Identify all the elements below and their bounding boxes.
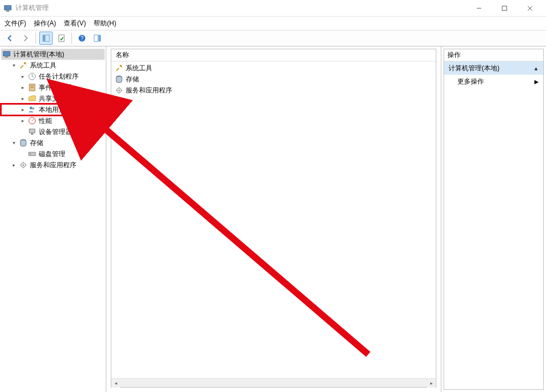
svg-text:?: ? [80,35,84,42]
menu-view[interactable]: 查看(V) [64,19,86,28]
toolbar: ? [0,30,546,47]
tree-node-services-apps[interactable]: ▸ 服务和应用程序 [1,159,105,171]
svg-rect-0 [4,6,11,10]
svg-rect-11 [94,35,98,42]
collapse-icon[interactable]: ▾ [10,139,18,147]
toolbar-separator [35,33,36,44]
svg-point-30 [23,164,24,166]
menu-bar: 文件(F) 操作(A) 查看(V) 帮助(H) [0,17,546,30]
svg-rect-8 [59,35,64,42]
tree-pane: 计算机管理(本地) ▾ 系统工具 ▸ [0,47,106,392]
svg-rect-3 [502,6,507,11]
show-hide-action-pane-button[interactable] [91,32,104,45]
tree-label: 共享文件夹 [38,94,72,104]
menu-help[interactable]: 帮助(H) [94,19,116,28]
help-button[interactable]: ? [75,32,89,45]
actions-context-label: 计算机管理(本地) [449,64,499,73]
svg-point-21 [32,107,34,110]
list-item[interactable]: 系统工具 [111,63,436,74]
scroll-left-button[interactable]: ◂ [111,379,120,388]
users-icon [28,105,37,114]
horizontal-scrollbar[interactable]: ◂ ▸ [111,378,436,387]
forward-button[interactable] [19,32,32,45]
window-title: 计算机管理 [16,3,466,13]
tree-node-root[interactable]: 计算机管理(本地) [1,49,105,60]
svg-rect-7 [45,35,49,42]
tree-node-disk-management[interactable]: 磁盘管理 [1,148,105,159]
center-pane: 名称 系统工具 存储 服务和应用程序 ◂ ▸ [106,47,441,392]
collapse-section-icon[interactable]: ▲ [533,65,539,71]
expand-icon[interactable]: ▸ [19,117,27,125]
show-hide-tree-button[interactable] [39,32,53,45]
computer-icon [2,50,11,59]
storage-icon [19,138,28,147]
expand-icon[interactable]: ▸ [10,161,18,169]
column-header-name[interactable]: 名称 [116,50,129,60]
svg-point-31 [120,65,122,67]
svg-rect-13 [3,51,10,56]
tree-label: 任务计划程序 [38,72,79,81]
list-view: 名称 系统工具 存储 服务和应用程序 ◂ ▸ [111,49,436,388]
back-button[interactable] [3,32,17,45]
no-expand-icon [19,128,27,136]
main-area: 计算机管理(本地) ▾ 系统工具 ▸ [0,47,546,392]
folder-shared-icon [28,94,37,103]
clock-icon [28,72,37,81]
tree-node-shared-folders[interactable]: ▸ 共享文件夹 [1,93,105,104]
submenu-arrow-icon: ▶ [534,79,539,85]
services-icon [19,161,28,169]
svg-point-34 [119,90,120,91]
expand-icon[interactable]: ▸ [19,106,27,114]
app-icon [3,4,12,13]
list-item[interactable]: 存储 [111,74,436,85]
menu-file[interactable]: 文件(F) [4,19,26,28]
svg-rect-14 [5,56,8,58]
svg-rect-25 [31,133,33,135]
tree-label: 事件查看器 [38,83,72,92]
storage-icon [115,75,123,84]
expand-icon[interactable]: ▸ [19,95,27,102]
maximize-button[interactable] [492,0,517,17]
tree-node-local-users-groups[interactable]: ▸ 本地用户和组 [1,104,105,115]
svg-point-28 [30,153,31,154]
actions-header-label: 操作 [447,50,461,60]
tree-node-task-scheduler[interactable]: ▸ 任务计划程序 [1,71,105,82]
list-header[interactable]: 名称 [111,49,436,61]
menu-action[interactable]: 操作(A) [34,19,56,28]
properties-button[interactable] [55,32,68,45]
scroll-right-button[interactable]: ▸ [427,379,436,388]
actions-panel: 操作 计算机管理(本地) ▲ 更多操作 ▶ [444,49,544,390]
svg-point-15 [24,62,26,64]
tools-icon [19,61,28,70]
services-icon [115,86,123,95]
minimize-button[interactable] [466,0,492,17]
performance-icon [28,116,37,125]
device-icon [28,127,37,136]
tree-label: 计算机管理(本地) [12,50,64,59]
svg-rect-27 [29,152,35,156]
svg-point-20 [30,107,33,110]
scroll-track[interactable] [120,379,427,387]
disk-icon [28,149,37,158]
tree-node-device-manager[interactable]: 设备管理器 [1,126,105,137]
tree-label: 磁盘管理 [38,149,65,159]
tree-node-system-tools[interactable]: ▾ 系统工具 [1,60,105,71]
tree-node-event-viewer[interactable]: ▸ 事件查看器 [1,82,105,93]
more-actions-row[interactable]: 更多操作 ▶ [444,75,543,88]
svg-rect-24 [29,129,35,133]
tree-label: 设备管理器 [38,127,72,137]
tree-node-storage[interactable]: ▾ 存储 [1,137,105,148]
tools-icon [115,64,123,73]
more-actions-label: 更多操作 [457,77,484,86]
actions-context-row[interactable]: 计算机管理(本地) ▲ [444,61,543,75]
collapse-icon[interactable]: ▾ [10,61,18,69]
expand-icon[interactable]: ▸ [19,84,27,91]
close-button[interactable] [517,0,543,17]
tree-node-performance[interactable]: ▸ 性能 [1,115,105,126]
list-item[interactable]: 服务和应用程序 [111,85,436,96]
expand-icon[interactable]: ▸ [19,73,27,80]
list-item-label: 存储 [126,75,139,84]
title-bar: 计算机管理 [0,0,546,17]
actions-header: 操作 [444,49,543,61]
window-controls [466,0,543,17]
